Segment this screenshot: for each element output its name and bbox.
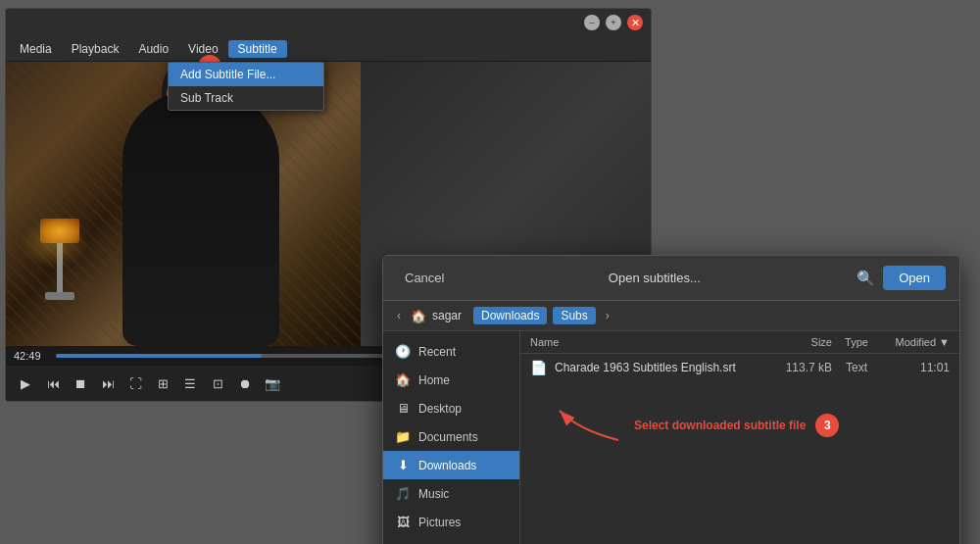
annotation-arrow-svg	[550, 401, 628, 450]
nav-crumb-subs[interactable]: Subs	[553, 307, 595, 324]
table-header: Name Size Type Modified ▼	[520, 331, 959, 354]
fullscreen-button[interactable]: ⛶	[123, 371, 147, 395]
next-button[interactable]: ⏭	[96, 371, 120, 395]
menu-bar: Media Playback Audio Video Subtitle 1 ← …	[6, 36, 651, 62]
pictures-icon: 🖼	[395, 515, 411, 529]
file-pane: Name Size Type Modified ▼ 📄 Charade 1963…	[520, 331, 959, 544]
sidebar-documents-label: Documents	[418, 430, 478, 444]
col-modified-header: Modified ▼	[881, 336, 950, 348]
stop-button[interactable]: ⏹	[69, 371, 92, 395]
dropdown-add-subtitle[interactable]: Add Subtitle File...	[169, 63, 323, 86]
dialog-header-right: 🔍 Open	[857, 266, 946, 290]
annotation-3-label: Select downloaded subtitle file	[634, 419, 806, 432]
documents-icon: 📁	[395, 429, 411, 444]
col-type-header: Type	[832, 336, 881, 348]
file-modified: 11:01	[881, 361, 950, 374]
dialog-header: Cancel Open subtitles... 🔍 Open	[383, 256, 959, 301]
sidebar-music-label: Music	[418, 487, 449, 501]
sidebar-documents[interactable]: 📁 Documents	[383, 422, 519, 451]
minimize-button[interactable]: –	[584, 15, 600, 30]
playlist-button[interactable]: ☰	[178, 371, 202, 395]
play-button[interactable]: ▶	[14, 371, 37, 395]
progress-fill	[56, 354, 262, 358]
sidebar-pictures[interactable]: 🖼 Pictures	[383, 508, 519, 536]
music-icon: 🎵	[395, 486, 411, 501]
current-time: 42:49	[14, 350, 48, 362]
dropdown-sub-track[interactable]: Sub Track	[169, 86, 323, 110]
dialog-title: Open subtitles...	[609, 271, 701, 285]
col-size-header: Size	[763, 336, 832, 348]
annotation-circle-3: 3	[815, 414, 839, 437]
person-silhouette	[122, 101, 279, 346]
search-icon[interactable]: 🔍	[857, 270, 875, 287]
record-button[interactable]: ⏺	[233, 371, 257, 395]
sort-icon: ▼	[939, 336, 950, 348]
title-bar: – + ✕	[6, 9, 651, 36]
file-row[interactable]: 📄 Charade 1963 Subtitles English.srt 113…	[520, 354, 959, 381]
home-nav-icon: 🏠	[395, 372, 411, 387]
close-button[interactable]: ✕	[627, 15, 643, 30]
open-button[interactable]: Open	[883, 266, 946, 290]
lamp-prop	[35, 219, 84, 307]
sidebar-desktop-label: Desktop	[418, 402, 462, 416]
menu-audio[interactable]: Audio	[128, 40, 178, 58]
menu-subtitle[interactable]: Subtitle	[228, 40, 287, 58]
recent-icon: 🕐	[395, 344, 411, 359]
file-size: 113.7 kB	[763, 361, 832, 374]
sidebar-recent-label: Recent	[418, 345, 456, 359]
sidebar-recent[interactable]: 🕐 Recent	[383, 337, 519, 366]
file-type-text: Text	[832, 361, 881, 374]
file-name: Charade 1963 Subtitles English.srt	[555, 361, 763, 374]
extended-button[interactable]: ⊞	[151, 371, 174, 395]
desktop-icon: 🖥	[395, 401, 411, 416]
sidebar-home-label: Home	[418, 373, 450, 387]
frame-button[interactable]: ⊡	[206, 371, 229, 395]
sidebar-music[interactable]: 🎵 Music	[383, 479, 519, 508]
home-icon: 🏠	[411, 309, 426, 323]
nav-forward[interactable]: ›	[602, 307, 613, 324]
file-type-icon: 📄	[530, 360, 547, 375]
annotation-3: Select downloaded subtitle file 3	[550, 401, 839, 450]
nav-crumb-downloads[interactable]: Downloads	[473, 307, 547, 324]
sidebar-pictures-label: Pictures	[418, 516, 461, 529]
dialog-sidebar: 🕐 Recent 🏠 Home 🖥 Desktop 📁 Documents ⬇ …	[383, 331, 520, 544]
nav-back[interactable]: ‹	[393, 307, 405, 324]
prev-button[interactable]: ⏮	[41, 371, 65, 395]
subtitle-dropdown: Add Subtitle File... Sub Track	[168, 62, 324, 111]
sidebar-downloads-label: Downloads	[418, 459, 476, 472]
downloads-icon: ⬇	[395, 458, 411, 472]
cancel-button[interactable]: Cancel	[397, 268, 452, 288]
annotation-area: Select downloaded subtitle file 3	[520, 381, 959, 544]
breadcrumb-nav: ‹ 🏠 sagar Downloads Subs ›	[383, 301, 959, 331]
dialog-body: 🕐 Recent 🏠 Home 🖥 Desktop 📁 Documents ⬇ …	[383, 331, 959, 544]
open-subtitles-dialog: Cancel Open subtitles... 🔍 Open ‹ 🏠 saga…	[382, 255, 960, 544]
sidebar-home[interactable]: 🏠 Home	[383, 366, 519, 394]
col-name-header: Name	[530, 336, 763, 348]
sidebar-downloads[interactable]: ⬇ Downloads	[383, 451, 519, 479]
nav-crumb-home[interactable]: sagar	[432, 309, 462, 322]
sidebar-desktop[interactable]: 🖥 Desktop	[383, 394, 519, 422]
menu-playback[interactable]: Playback	[62, 40, 129, 58]
maximize-button[interactable]: +	[606, 15, 621, 30]
menu-media[interactable]: Media	[10, 40, 62, 58]
snapshot-button[interactable]: 📷	[261, 371, 284, 395]
